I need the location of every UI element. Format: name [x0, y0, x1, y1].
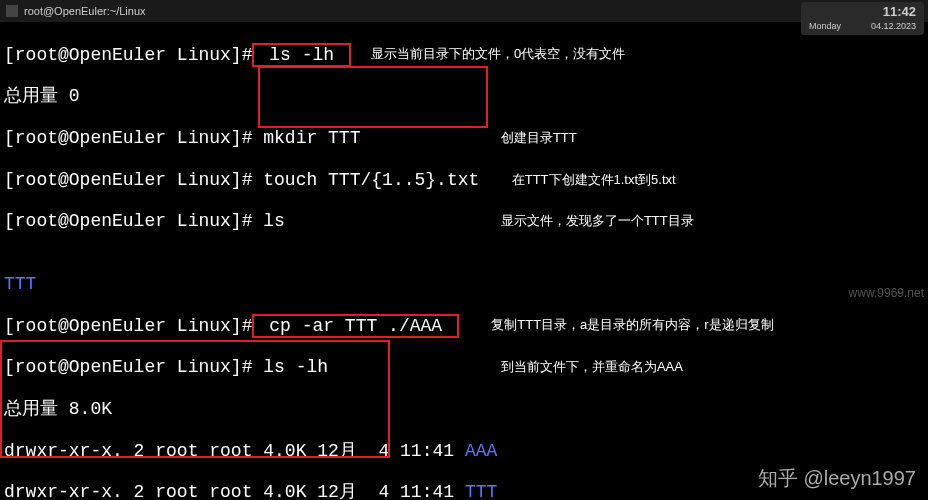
prompt: [root@OpenEuler Linux]# [4, 170, 252, 190]
output-text: 总用量 0 [4, 86, 80, 106]
watermark-site: www.9969.net [849, 286, 924, 300]
command-text: ls -lh [252, 357, 328, 377]
clock-day: Monday [809, 21, 841, 33]
output-text: 总用量 8.0K [4, 399, 112, 419]
directory-name: TTT [4, 274, 36, 294]
annotation-text: 创建目录TTT [501, 131, 577, 146]
prompt: [root@OpenEuler Linux]# [4, 316, 252, 336]
annotation-text: 显示当前目录下的文件，0代表空，没有文件 [371, 47, 625, 62]
clock-date: 04.12.2023 [871, 21, 916, 33]
command-text: touch TTT/{1..5}.txt [252, 170, 479, 190]
annotation-text: 在TTT下创建文件1.txt到5.txt [512, 173, 676, 188]
annotation-text: 到当前文件下，并重命名为AAA [501, 360, 683, 375]
prompt: [root@OpenEuler Linux]# [4, 128, 252, 148]
app-icon [6, 5, 18, 17]
prompt: [root@OpenEuler Linux]# [4, 211, 252, 231]
annotation-text: 显示文件，发现多了一个TTT目录 [501, 214, 694, 229]
highlight-box: ls -lh [252, 43, 350, 68]
directory-name: AAA [465, 441, 497, 461]
command-text: ls [252, 211, 284, 231]
annotation-text: 复制TTT目录，a是目录的所有内容，r是递归复制 [491, 318, 773, 333]
terminal-output[interactable]: [root@OpenEuler Linux]# ls -lh 显示当前目录下的文… [0, 22, 928, 500]
output-text: drwxr-xr-x. 2 root root 4.0K 12月 4 11:41 [4, 441, 465, 461]
command-text: mkdir TTT [252, 128, 360, 148]
directory-name: TTT [465, 482, 497, 500]
desktop-clock: 11:42 Monday 04.12.2023 [801, 2, 924, 35]
command-text: cp -ar TTT ./AAA [258, 316, 452, 336]
window-titlebar: root@OpenEuler:~/Linux — ▢ ✕ [0, 0, 928, 22]
clock-time: 11:42 [809, 4, 916, 21]
window-title: root@OpenEuler:~/Linux [24, 5, 146, 17]
watermark-zhihu: 知乎 @leeyn1997 [758, 465, 916, 492]
prompt: [root@OpenEuler Linux]# [4, 357, 252, 377]
prompt: [root@OpenEuler Linux]# [4, 45, 252, 65]
output-text: drwxr-xr-x. 2 root root 4.0K 12月 4 11:41 [4, 482, 465, 500]
highlight-box: cp -ar TTT ./AAA [252, 314, 458, 339]
command-text: ls -lh [258, 45, 344, 65]
